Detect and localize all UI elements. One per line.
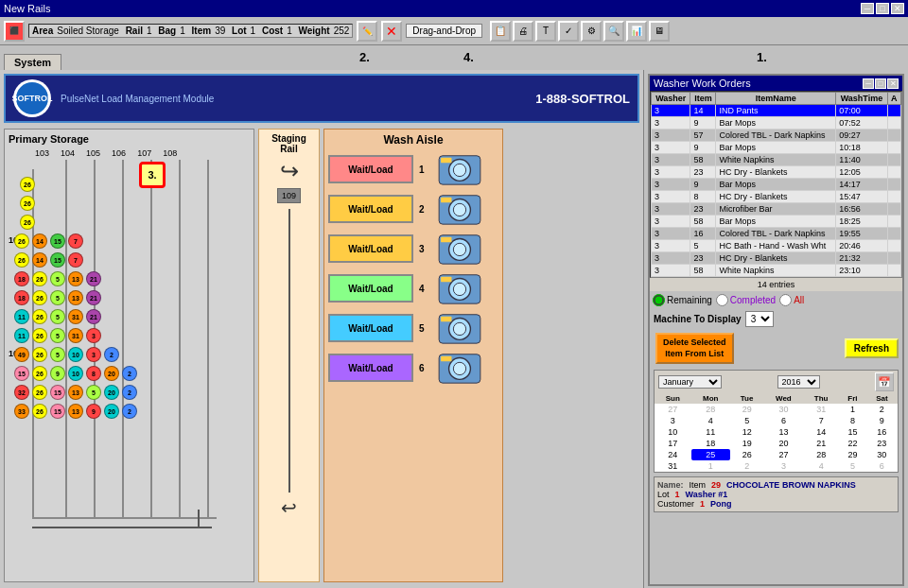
washer-btn-4[interactable]: Wait/Load [328, 274, 413, 303]
stop-button[interactable]: ⬛ [4, 21, 25, 42]
table-row[interactable]: 3 23 HC Dry - Blankets 12:05 [652, 166, 901, 179]
calendar-day[interactable]: 27 [763, 449, 803, 460]
calendar-day[interactable]: 15 [839, 426, 866, 438]
table-row[interactable]: 3 5 HC Bath - Hand - Wash Wht 20:46 [652, 240, 901, 252]
calendar-day[interactable]: 30 [763, 404, 803, 415]
calendar-day[interactable]: 4 [691, 415, 730, 426]
table-row[interactable]: 3 23 Microfiber Bar 16:56 [652, 203, 901, 216]
filter-completed-radio[interactable] [716, 294, 728, 306]
calendar-day[interactable]: 23 [866, 438, 898, 449]
tool-btn-4[interactable]: ✓ [558, 21, 579, 42]
tool-btn-2[interactable]: 🖨 [513, 21, 533, 42]
calendar-day[interactable]: 12 [730, 426, 764, 438]
washer-btn-2[interactable]: Wait/Load [328, 195, 413, 223]
calendar-year-select[interactable]: 2016 2015 2017 [777, 375, 820, 389]
table-row[interactable]: 3 9 Bar Mops 07:52 [652, 117, 901, 130]
calendar-day[interactable]: 17 [655, 438, 691, 449]
calendar-day[interactable]: 7 [803, 415, 839, 426]
c-21-3: 21 [86, 309, 101, 324]
table-row[interactable]: 3 9 Bar Mops 14:17 [652, 179, 901, 191]
work-orders-table-container[interactable]: Washer Item ItemName WashTime A 3 14 IND… [650, 91, 902, 278]
calendar-day[interactable]: 29 [839, 449, 866, 460]
washer-btn-3[interactable]: Wait/Load [328, 234, 413, 263]
calendar-day[interactable]: 3 [655, 415, 691, 426]
washer-btn-6[interactable]: Wait/Load [328, 354, 413, 382]
calendar-day[interactable]: 13 [763, 426, 803, 438]
calendar-day[interactable]: 28 [803, 449, 839, 460]
calendar-day[interactable]: 18 [691, 438, 730, 449]
calendar-day[interactable]: 2 [866, 404, 898, 415]
filter-all-radio[interactable] [779, 294, 792, 306]
filter-completed-label[interactable]: Completed [716, 294, 776, 306]
refresh-button[interactable]: Refresh [845, 338, 899, 358]
delete-selected-button[interactable]: Delete Selected Item From List [655, 333, 734, 364]
svg-rect-3 [441, 158, 451, 164]
table-row[interactable]: 3 14 IND Pants 07:00 [652, 105, 901, 117]
wo-min-btn[interactable]: ─ [863, 78, 874, 89]
calendar-day[interactable]: 2 [730, 460, 764, 472]
calendar-day[interactable]: 14 [803, 426, 839, 438]
calendar-month-select[interactable]: January February March April May June Ju… [658, 375, 722, 389]
tool-btn-8[interactable]: 🖥 [649, 21, 670, 42]
washer-btn-5[interactable]: Wait/Load [328, 314, 413, 342]
calendar-day[interactable]: 24 [655, 449, 691, 460]
calendar-day[interactable]: 9 [866, 415, 898, 426]
tool-btn-6[interactable]: 🔍 [603, 21, 624, 42]
table-row[interactable]: 3 9 Bar Mops 10:18 [652, 142, 901, 154]
entries-label: 14 entries [650, 278, 902, 291]
wo-max-btn[interactable]: □ [875, 78, 886, 89]
filter-remaining-radio[interactable] [653, 294, 665, 306]
tool-btn-5[interactable]: ⚙ [581, 21, 602, 42]
calendar-day[interactable]: 3 [763, 460, 803, 472]
delete-button[interactable]: ✕ [381, 21, 402, 42]
tool-btn-1[interactable]: 📋 [490, 21, 511, 42]
table-row[interactable]: 3 58 White Napkins 23:10 [652, 265, 901, 277]
minimize-button[interactable]: ─ [861, 3, 874, 14]
calendar-day[interactable]: 4 [803, 460, 839, 472]
calendar-day[interactable]: 10 [655, 426, 691, 438]
calendar-day[interactable]: 16 [866, 426, 898, 438]
table-row[interactable]: 3 23 HC Dry - Blankets 21:32 [652, 252, 901, 265]
table-row[interactable]: 3 16 Colored TBL - Dark Napkins 19:55 [652, 228, 901, 240]
washer-btn-1[interactable]: Wait/Load [328, 155, 413, 183]
tool-btn-3[interactable]: T [535, 21, 556, 42]
close-button[interactable]: ✕ [891, 3, 904, 14]
table-row[interactable]: 3 57 Colored TBL - Dark Napkins 09:27 [652, 130, 901, 142]
tab-system[interactable]: System [4, 54, 61, 70]
calendar-day[interactable]: 29 [730, 404, 764, 415]
calendar-day[interactable]: 19 [730, 438, 764, 449]
filter-remaining-label[interactable]: Remaining [653, 294, 712, 306]
filter-all-label[interactable]: All [779, 294, 804, 306]
table-row[interactable]: 3 58 Bar Mops 18:25 [652, 216, 901, 228]
calendar-day[interactable]: 26 [730, 449, 764, 460]
calendar-day[interactable]: 6 [763, 415, 803, 426]
edit-button[interactable]: ✏️ [357, 21, 377, 42]
wo-close-btn[interactable]: ✕ [887, 78, 899, 89]
calendar-icon[interactable]: 📅 [875, 372, 894, 391]
calendar-day[interactable]: 31 [803, 404, 839, 415]
calendar-day[interactable]: 5 [839, 460, 866, 472]
calendar-day[interactable]: 8 [839, 415, 866, 426]
calendar-day[interactable]: 30 [866, 449, 898, 460]
calendar-day[interactable]: 21 [803, 438, 839, 449]
calendar-day[interactable]: 1 [839, 404, 866, 415]
tool-btn-7[interactable]: 📊 [626, 21, 647, 42]
calendar-day[interactable]: 20 [763, 438, 803, 449]
rail-107: 107 [137, 148, 151, 158]
c-3-1: 3 [86, 328, 101, 343]
calendar-day[interactable]: 6 [866, 460, 898, 472]
drag-drop-label[interactable]: Drag-and-Drop [406, 24, 482, 38]
table-row[interactable]: 3 58 White Napkins 11:40 [652, 154, 901, 166]
calendar-day[interactable]: 22 [839, 438, 866, 449]
calendar-day[interactable]: 11 [691, 426, 730, 438]
calendar-day[interactable]: 27 [655, 404, 691, 415]
maximize-button[interactable]: □ [876, 3, 889, 14]
calendar-day[interactable]: 1 [691, 460, 730, 472]
machine-display-select[interactable]: 3 1 2 4 5 6 [745, 311, 774, 327]
table-row[interactable]: 3 8 HC Dry - Blankets 15:47 [652, 191, 901, 203]
calendar-day[interactable]: 31 [655, 460, 691, 472]
calendar-day[interactable]: 25 [691, 449, 730, 460]
calendar-day[interactable]: 5 [730, 415, 764, 426]
calendar-day[interactable]: 28 [691, 404, 730, 415]
cal-sun: Sun [655, 393, 691, 404]
